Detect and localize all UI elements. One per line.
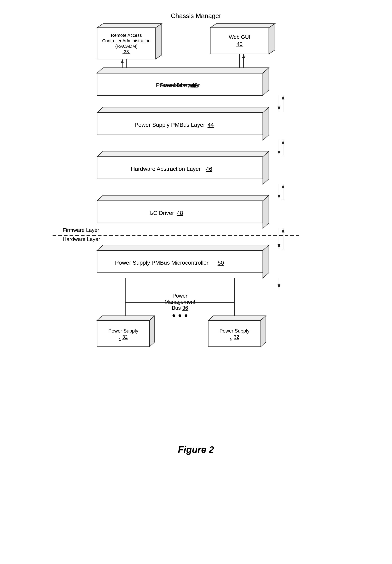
svg-text:Management: Management bbox=[165, 299, 196, 305]
svg-marker-28 bbox=[282, 96, 284, 99]
microcontroller-label: Power Supply PMBus Microcontroller bbox=[115, 260, 208, 266]
svg-marker-46 bbox=[97, 195, 269, 201]
svg-marker-31 bbox=[263, 107, 269, 140]
svg-marker-71 bbox=[261, 316, 266, 347]
svg-marker-51 bbox=[278, 244, 280, 248]
svg-rect-7 bbox=[210, 28, 269, 54]
svg-marker-55 bbox=[97, 245, 269, 250]
svg-marker-47 bbox=[263, 195, 269, 228]
svg-marker-70 bbox=[208, 316, 266, 320]
chassis-manager-label: Chassis Manager bbox=[171, 12, 221, 20]
hal-label: Hardware Abstraction Layer bbox=[131, 166, 201, 172]
svg-text:44: 44 bbox=[208, 122, 214, 128]
svg-rect-65 bbox=[97, 320, 150, 347]
diagram-svg: Remote Access Controller Administration … bbox=[85, 24, 307, 424]
svg-marker-19 bbox=[242, 54, 245, 58]
svg-marker-66 bbox=[97, 316, 155, 320]
svg-rect-69 bbox=[208, 320, 261, 347]
svg-rect-0 bbox=[97, 28, 156, 59]
i2c-label: I₂C Driver bbox=[149, 210, 174, 216]
svg-text:Controller Administration: Controller Administration bbox=[102, 38, 151, 43]
pmbus-layer-label: Power Supply PMBus Layer bbox=[134, 122, 205, 128]
svg-text:48: 48 bbox=[177, 210, 183, 216]
svg-text:(RACADM): (RACADM) bbox=[115, 44, 138, 49]
firmware-layer-label: Firmware Layer bbox=[63, 227, 99, 233]
webgui-label: Web GUI bbox=[229, 34, 250, 40]
svg-marker-59 bbox=[278, 284, 280, 289]
svg-marker-26 bbox=[278, 107, 280, 110]
svg-marker-34 bbox=[278, 151, 280, 155]
svg-marker-53 bbox=[282, 228, 284, 233]
svg-marker-8 bbox=[210, 24, 275, 28]
svg-text:46: 46 bbox=[206, 166, 212, 172]
svg-marker-67 bbox=[150, 316, 155, 347]
racadm-label: Remote Access bbox=[111, 33, 142, 38]
svg-text:50: 50 bbox=[218, 260, 224, 266]
svg-marker-38 bbox=[97, 151, 269, 157]
svg-marker-1 bbox=[97, 24, 162, 28]
svg-marker-15 bbox=[121, 59, 124, 63]
hardware-layer-label: Hardware Layer bbox=[63, 236, 100, 242]
svg-marker-39 bbox=[263, 151, 269, 184]
svg-text:Power Manager: Power Manager bbox=[156, 82, 196, 88]
ellipsis: • • • bbox=[172, 310, 188, 321]
svg-marker-30 bbox=[97, 107, 269, 113]
svg-marker-21 bbox=[97, 68, 269, 73]
svg-marker-2 bbox=[156, 24, 162, 59]
svg-marker-36 bbox=[282, 140, 284, 144]
power-mgmt-bus-label: Power bbox=[172, 293, 187, 299]
power-supply-1-label: Power Supply bbox=[108, 328, 138, 333]
page-container: Chassis Manager Remote Access Controller… bbox=[0, 0, 392, 564]
figure-caption: Figure 2 bbox=[178, 444, 214, 455]
power-supply-n-label: Power Supply bbox=[219, 328, 249, 333]
svg-marker-42 bbox=[278, 195, 280, 199]
svg-marker-9 bbox=[269, 24, 275, 54]
svg-text:42: 42 bbox=[191, 82, 197, 88]
svg-marker-56 bbox=[263, 245, 269, 278]
svg-marker-44 bbox=[282, 184, 284, 188]
